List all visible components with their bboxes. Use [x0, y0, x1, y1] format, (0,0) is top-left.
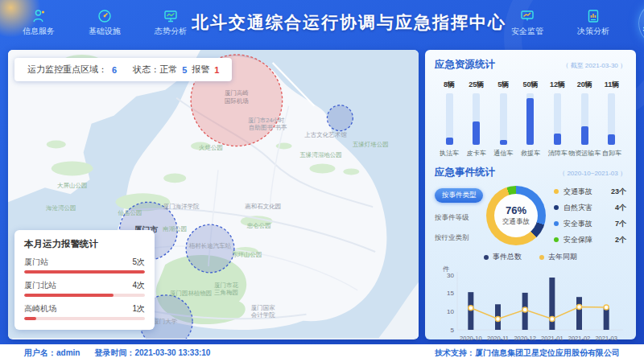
footer-support: 技术支持：厦门信息集团卫星定位应用股份有限公司 — [435, 348, 620, 359]
map-label: 梧村长途汽车站 — [188, 242, 232, 249]
nav-item-info-service[interactable]: 信息服务 — [18, 8, 60, 37]
resource-value: 25辆 — [469, 80, 484, 90]
alarm-count: 1 — [214, 65, 219, 75]
legend-count: 23个 — [611, 187, 626, 197]
legend-count: 4个 — [615, 203, 626, 213]
resource-bar-fill — [446, 138, 453, 145]
nav-item-dispatch-command[interactable]: 调度指挥 — [638, 8, 644, 37]
region-label: 运力监控重点区域： — [27, 64, 107, 76]
nav-right: 安全监管 决策分析 调度指挥 — [506, 8, 644, 37]
footer-left: 用户名：admin 登录时间：2021-03-30 13:33:10 — [24, 348, 210, 359]
event-trend-chart: 件51015302020-102020-112020-122021-012021… — [435, 262, 626, 348]
footer-login-time: 登录时间：2021-03-30 13:33:10 — [94, 348, 210, 359]
legend-name: 安全保障 — [564, 235, 615, 245]
alarm-row: 厦门北站4次 — [24, 280, 145, 297]
resources-section-header: 应急资源统计 （ 截至 2021-03-30 ） — [435, 58, 626, 72]
map-label: 厦门大学 — [153, 318, 177, 325]
resource-column: 25辆皮卡车 — [464, 80, 489, 158]
map-label: 厦门高崎 — [225, 89, 249, 97]
nav-item-decision-analysis[interactable]: 决策分析 — [572, 8, 614, 37]
trend-legend-dot — [539, 255, 544, 260]
info-service-icon — [31, 8, 47, 24]
alarm-station: 厦门北站 — [24, 280, 56, 291]
map-label: 厦门市花 — [214, 282, 238, 289]
map-label: 南湖公园 — [162, 225, 187, 232]
events-section-header: 应急事件统计 （ 2020-10~2021-03 ） — [435, 166, 626, 179]
resource-column: 20辆物资运输车 — [572, 80, 597, 158]
resource-bar-track — [581, 93, 588, 145]
alarm-bar-fill — [24, 317, 36, 320]
map-label: 海沧湾公园 — [46, 204, 76, 212]
alarm-bar-fill — [24, 270, 145, 274]
resource-bar-track — [446, 93, 453, 145]
alarm-label: 报警 — [192, 64, 209, 76]
situation-analysis-icon — [163, 8, 179, 24]
legend-dot — [554, 237, 559, 242]
map-label: 大屏山公园 — [57, 182, 87, 189]
normal-count: 5 — [182, 65, 187, 75]
events-date: （ 2020-10~2021-03 ） — [559, 169, 626, 178]
donut-percent: 76% — [506, 204, 526, 216]
tab-by-industry[interactable]: 按行业类别 — [435, 233, 483, 243]
tab-by-event-type[interactable]: 按事件类型 — [435, 188, 483, 203]
event-legend: 交通事故23个自然灾害4个安全事故7个安全保障2个 — [549, 187, 626, 245]
map-label: 自助图书·书亭 — [249, 124, 287, 131]
footer-username: 用户名：admin — [24, 348, 80, 359]
svg-text:10: 10 — [447, 308, 454, 315]
legend-name: 自然灾害 — [564, 203, 615, 213]
monitor-zone-circle[interactable] — [327, 105, 353, 131]
event-donut-chart: 76% 交通事故 — [486, 186, 546, 245]
dashboard: 信息服务 基础设施 态势分析 北斗交通综合运行协调与应急指挥中心 — [0, 0, 644, 362]
map-label: 火炬公园 — [199, 144, 223, 151]
trend-legend-item: 去年同期 — [539, 252, 577, 262]
nav-item-infrastructure[interactable]: 基础设施 — [84, 8, 126, 37]
resource-bar-fill — [554, 134, 561, 145]
alarm-count-value: 5次 — [132, 257, 145, 268]
donut-label: 交通事故 — [502, 217, 530, 227]
legend-count: 7个 — [615, 219, 626, 229]
nav-label: 安全监管 — [511, 26, 543, 37]
resource-name: 救援车 — [521, 149, 540, 158]
resource-name: 皮卡车 — [467, 149, 486, 158]
resource-column: 11辆自卸车 — [599, 80, 625, 158]
trend-legend: 事件总数去年同期 — [435, 252, 626, 262]
map-label: 会计学院 — [251, 311, 275, 319]
trend-legend-item: 事件总数 — [484, 252, 522, 262]
footer-bar: 用户名：admin 登录时间：2021-03-30 13:33:10 技术支持：… — [0, 344, 644, 362]
resource-bar-track — [473, 93, 480, 145]
map-panel[interactable]: 厦门高崎国际机场厦门市24小时自助图书·书亭上古文化艺术馆五缘灯塔公园五缘湾湿地… — [8, 50, 419, 339]
monthly-alarm-panel: 本月运力报警统计 厦门站5次厦门北站4次高崎机场1次 — [14, 230, 155, 330]
active-nav-highlight — [638, 2, 644, 45]
alarm-row: 厦门站5次 — [24, 257, 145, 274]
legend-dot — [554, 189, 559, 194]
legend-row: 安全保障2个 — [554, 235, 626, 245]
nav-item-safety-supervision[interactable]: 安全监管 — [506, 8, 548, 37]
svg-text:2021-03: 2021-03 — [595, 335, 617, 342]
nav-label: 决策分析 — [577, 26, 609, 37]
nav-item-situation-analysis[interactable]: 态势分析 — [150, 8, 192, 37]
legend-name: 安全事故 — [564, 219, 615, 229]
alarm-bar-track — [24, 317, 145, 320]
resource-bar-track — [526, 93, 534, 145]
trend-legend-label: 去年同期 — [548, 252, 577, 262]
resource-value: 11辆 — [605, 80, 620, 90]
map-label: 五缘灯塔公园 — [353, 141, 389, 148]
resource-column: 5辆通信车 — [490, 80, 516, 158]
resource-name: 清障车 — [548, 149, 568, 158]
right-panel: 应急资源统计 （ 截至 2021-03-30 ） 8辆执法车25辆皮卡车5辆通信… — [425, 50, 636, 339]
map-label: 国际机场 — [225, 97, 249, 105]
status-label: 状态：正常 — [133, 64, 177, 76]
alarm-station: 高崎机场 — [24, 303, 56, 315]
resource-bar-track — [608, 93, 615, 145]
legend-row: 自然灾害4个 — [554, 203, 626, 213]
svg-text:2020-10: 2020-10 — [460, 335, 482, 342]
alarm-bar-track — [24, 294, 145, 297]
map-label: 厦门国家 — [251, 304, 275, 311]
tab-by-event-level[interactable]: 按事件等级 — [435, 213, 483, 223]
trend-legend-dot — [484, 255, 489, 260]
legend-row: 安全事故7个 — [554, 219, 626, 229]
resource-bar-fill — [473, 121, 480, 145]
resource-column: 12辆清障车 — [545, 80, 571, 158]
resources-title: 应急资源统计 — [435, 58, 495, 72]
resource-column: 8辆执法车 — [436, 80, 462, 158]
